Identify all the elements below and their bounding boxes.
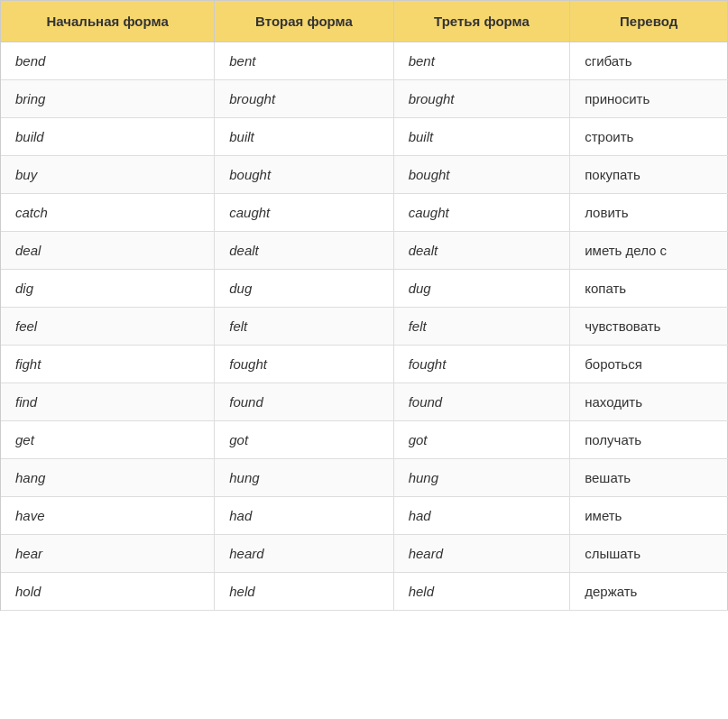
irregular-verbs-table: Начальная форма Вторая форма Третья форм… — [0, 0, 728, 611]
header-form1: Начальная форма — [1, 1, 215, 42]
cell-form1: get — [1, 421, 215, 459]
cell-form2: got — [215, 421, 393, 459]
cell-form1: feel — [1, 308, 215, 346]
cell-form3: got — [393, 421, 570, 459]
cell-translation: бороться — [570, 346, 728, 383]
cell-form3: found — [393, 383, 570, 421]
cell-form2: brought — [215, 80, 393, 118]
table-row: buyboughtboughtпокупать — [1, 156, 728, 194]
cell-translation: получать — [570, 421, 728, 459]
cell-form2: felt — [215, 308, 393, 346]
cell-form3: heard — [393, 535, 570, 573]
table-row: hanghunghungвешать — [1, 459, 728, 497]
cell-translation: вешать — [570, 459, 728, 497]
table-row: catchcaughtcaughtловить — [1, 194, 728, 232]
cell-form2: dug — [215, 270, 393, 308]
cell-form2: heard — [215, 535, 393, 573]
cell-form1: hold — [1, 573, 215, 611]
cell-form2: built — [215, 118, 393, 156]
cell-form1: buy — [1, 156, 215, 194]
cell-form2: dealt — [215, 232, 393, 270]
cell-form3: hung — [393, 459, 570, 497]
cell-form1: have — [1, 497, 215, 535]
cell-form3: bought — [393, 156, 570, 194]
table-row: holdheldheldдержать — [1, 573, 728, 611]
cell-form3: dug — [393, 270, 570, 308]
table-header-row: Начальная форма Вторая форма Третья форм… — [1, 1, 728, 42]
cell-form3: held — [393, 573, 570, 611]
cell-form3: dealt — [393, 232, 570, 270]
cell-form3: felt — [393, 308, 570, 346]
cell-form2: bent — [215, 42, 393, 80]
cell-form3: had — [393, 497, 570, 535]
cell-form2: caught — [215, 194, 393, 232]
cell-form1: find — [1, 383, 215, 421]
cell-form2: held — [215, 573, 393, 611]
cell-translation: иметь дело с — [570, 232, 728, 270]
header-form3: Третья форма — [393, 1, 570, 42]
cell-form3: caught — [393, 194, 570, 232]
cell-form2: had — [215, 497, 393, 535]
table-row: bringbroughtbroughtприносить — [1, 80, 728, 118]
table-row: digdugdugкопать — [1, 270, 728, 308]
cell-form3: bent — [393, 42, 570, 80]
cell-translation: находить — [570, 383, 728, 421]
cell-form1: bring — [1, 80, 215, 118]
cell-form2: bought — [215, 156, 393, 194]
cell-form2: found — [215, 383, 393, 421]
cell-translation: ловить — [570, 194, 728, 232]
cell-translation: чувствовать — [570, 308, 728, 346]
cell-form1: dig — [1, 270, 215, 308]
cell-translation: копать — [570, 270, 728, 308]
cell-translation: приносить — [570, 80, 728, 118]
cell-translation: держать — [570, 573, 728, 611]
table-row: findfoundfoundнаходить — [1, 383, 728, 421]
cell-form1: build — [1, 118, 215, 156]
cell-translation: иметь — [570, 497, 728, 535]
cell-form1: catch — [1, 194, 215, 232]
table-row: feelfeltfeltчувствовать — [1, 308, 728, 346]
table-row: getgotgotполучать — [1, 421, 728, 459]
cell-form1: deal — [1, 232, 215, 270]
cell-form3: built — [393, 118, 570, 156]
cell-translation: сгибать — [570, 42, 728, 80]
cell-form2: hung — [215, 459, 393, 497]
cell-form1: bend — [1, 42, 215, 80]
cell-form2: fought — [215, 346, 393, 383]
cell-translation: покупать — [570, 156, 728, 194]
header-translation: Перевод — [570, 1, 728, 42]
table-row: hearheardheardслышать — [1, 535, 728, 573]
cell-translation: строить — [570, 118, 728, 156]
table-row: bendbentbentсгибать — [1, 42, 728, 80]
cell-form1: hang — [1, 459, 215, 497]
table-row: dealdealtdealtиметь дело с — [1, 232, 728, 270]
header-form2: Вторая форма — [215, 1, 393, 42]
cell-form1: fight — [1, 346, 215, 383]
table-row: buildbuiltbuiltстроить — [1, 118, 728, 156]
cell-form3: fought — [393, 346, 570, 383]
cell-form3: brought — [393, 80, 570, 118]
table-row: fightfoughtfoughtбороться — [1, 346, 728, 383]
cell-translation: слышать — [570, 535, 728, 573]
cell-form1: hear — [1, 535, 215, 573]
table-row: havehadhadиметь — [1, 497, 728, 535]
